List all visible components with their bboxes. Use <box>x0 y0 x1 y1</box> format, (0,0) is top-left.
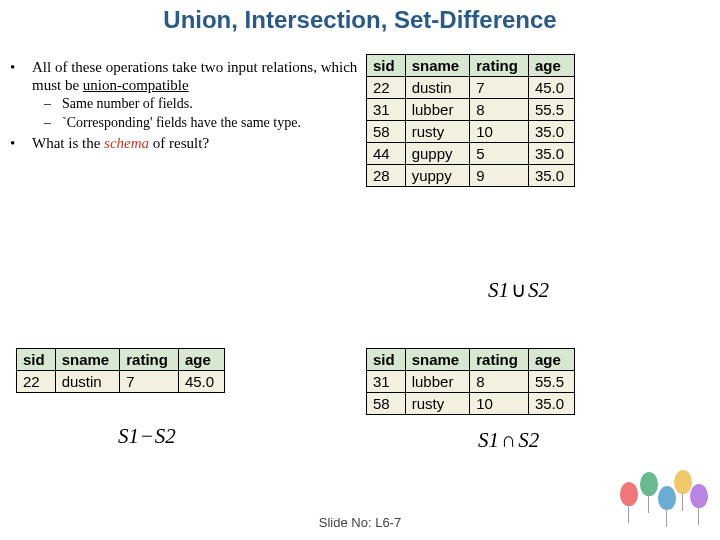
table-row: 58rusty1035.0 <box>367 393 575 415</box>
cell: 10 <box>470 393 529 415</box>
union-op-icon: ∪ <box>509 278 528 302</box>
table-row: 44guppy535.0 <box>367 143 575 165</box>
cell: 9 <box>470 165 529 187</box>
col-rating: rating <box>470 349 529 371</box>
cell: 58 <box>367 393 406 415</box>
cell: 45.0 <box>528 77 574 99</box>
table-header-row: sid sname rating age <box>17 349 225 371</box>
cell: 35.0 <box>528 165 574 187</box>
bullet-2: What is the schema of result? <box>32 134 360 152</box>
col-rating: rating <box>470 55 529 77</box>
cell: 8 <box>470 99 529 121</box>
table-row: 22dustin745.0 <box>367 77 575 99</box>
bullet-2-text-b: of result? <box>149 135 209 151</box>
col-rating: rating <box>120 349 179 371</box>
bullet-mark: • <box>10 134 32 152</box>
union-formula: S1∪S2 <box>488 278 549 303</box>
cell: 58 <box>367 121 406 143</box>
col-sid: sid <box>367 349 406 371</box>
union-result-table: sid sname rating age 22dustin745.0 31lub… <box>366 54 575 187</box>
cell: dustin <box>55 371 120 393</box>
formula-left: S1 <box>118 424 139 448</box>
cell: 35.0 <box>528 393 574 415</box>
formula-right: S2 <box>518 428 539 452</box>
col-age: age <box>528 55 574 77</box>
bullet-1: All of these operations take two input r… <box>32 58 360 94</box>
bullet-2-text-a: What is the <box>32 135 104 151</box>
cell: 31 <box>367 371 406 393</box>
cell: lubber <box>405 99 470 121</box>
sub-bullet-2: `Corresponding' fields have the same typ… <box>62 115 301 132</box>
col-sname: sname <box>55 349 120 371</box>
cell: rusty <box>405 121 470 143</box>
minus-op-icon: − <box>139 424 155 448</box>
cell: 31 <box>367 99 406 121</box>
schema-term: schema <box>104 135 149 151</box>
cell: 22 <box>367 77 406 99</box>
bullet-1-text: All of these operations take two input r… <box>32 59 357 93</box>
intersection-result-table: sid sname rating age 31lubber855.5 58rus… <box>366 348 575 415</box>
table-row: 28yuppy935.0 <box>367 165 575 187</box>
slide-number-footer: Slide No: L6-7 <box>0 515 720 530</box>
cell: 8 <box>470 371 529 393</box>
col-age: age <box>178 349 224 371</box>
cell: 10 <box>470 121 529 143</box>
cell: dustin <box>405 77 470 99</box>
table-header-row: sid sname rating age <box>367 349 575 371</box>
col-sid: sid <box>17 349 56 371</box>
sub-bullet-1: Same number of fields. <box>62 96 193 113</box>
difference-result-table: sid sname rating age 22dustin745.0 <box>16 348 225 393</box>
cell: 35.0 <box>528 143 574 165</box>
cell: 28 <box>367 165 406 187</box>
cell: 22 <box>17 371 56 393</box>
cell: 35.0 <box>528 121 574 143</box>
cell: 5 <box>470 143 529 165</box>
dash-mark: – <box>44 115 62 132</box>
union-compatible-term: union-compatible <box>83 77 189 93</box>
col-sid: sid <box>367 55 406 77</box>
slide-title: Union, Intersection, Set-Difference <box>0 0 720 44</box>
formula-right: S2 <box>155 424 176 448</box>
cell: lubber <box>405 371 470 393</box>
cell: 7 <box>470 77 529 99</box>
table-row: 31lubber855.5 <box>367 99 575 121</box>
table-row: 31lubber855.5 <box>367 371 575 393</box>
cell: 45.0 <box>178 371 224 393</box>
col-sname: sname <box>405 349 470 371</box>
table-row: 58rusty1035.0 <box>367 121 575 143</box>
difference-formula: S1−S2 <box>118 424 176 449</box>
table-header-row: sid sname rating age <box>367 55 575 77</box>
col-sname: sname <box>405 55 470 77</box>
formula-left: S1 <box>478 428 499 452</box>
intersect-op-icon: ∩ <box>499 428 518 452</box>
cell: 55.5 <box>528 99 574 121</box>
table-row: 22dustin745.0 <box>17 371 225 393</box>
dash-mark: – <box>44 96 62 113</box>
bullet-mark: • <box>10 58 32 94</box>
bullet-text-block: • All of these operations take two input… <box>10 58 360 154</box>
intersection-formula: S1∩S2 <box>478 428 539 453</box>
formula-right: S2 <box>528 278 549 302</box>
cell: 7 <box>120 371 179 393</box>
col-age: age <box>528 349 574 371</box>
formula-left: S1 <box>488 278 509 302</box>
cell: rusty <box>405 393 470 415</box>
cell: guppy <box>405 143 470 165</box>
cell: yuppy <box>405 165 470 187</box>
cell: 44 <box>367 143 406 165</box>
cell: 55.5 <box>528 371 574 393</box>
